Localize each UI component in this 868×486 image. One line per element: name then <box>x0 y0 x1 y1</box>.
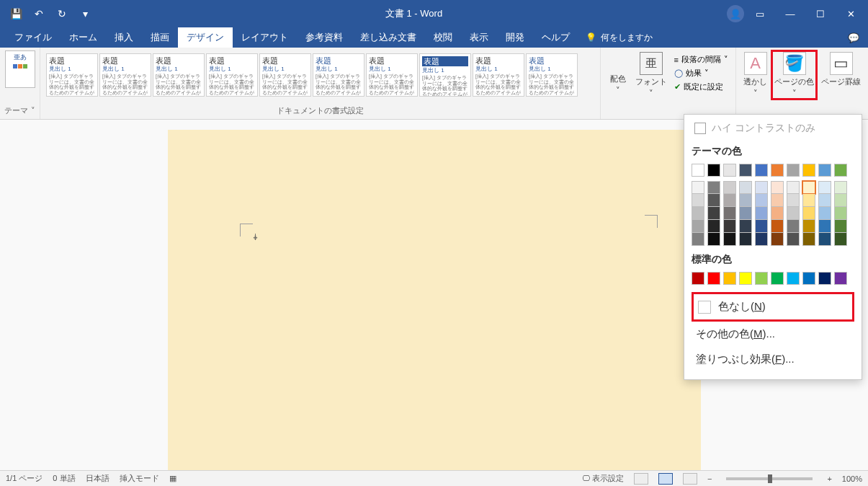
color-swatch[interactable] <box>692 220 704 233</box>
zoom-thumb[interactable] <box>768 474 772 483</box>
tab-insert[interactable]: 挿入 <box>106 27 142 48</box>
color-swatch[interactable] <box>771 220 784 233</box>
zoom-level[interactable]: 100% <box>842 474 862 483</box>
color-swatch[interactable] <box>755 272 768 285</box>
language[interactable]: 日本語 <box>86 473 109 484</box>
fill-effects-item[interactable]: 塗りつぶし効果(F)... <box>692 347 854 372</box>
color-swatch[interactable] <box>739 194 752 207</box>
color-swatch[interactable] <box>787 194 800 207</box>
color-swatch[interactable] <box>787 220 800 233</box>
color-swatch[interactable] <box>787 233 800 246</box>
print-layout-button[interactable] <box>658 473 673 485</box>
color-swatch[interactable] <box>818 207 831 220</box>
color-swatch[interactable] <box>723 181 736 194</box>
page-color-button[interactable]: 🪣 ページの色˅ <box>771 50 817 100</box>
share-icon[interactable]: 💬 <box>848 32 859 43</box>
color-swatch[interactable] <box>818 194 831 207</box>
color-swatch[interactable] <box>771 207 784 220</box>
color-swatch[interactable] <box>755 207 768 220</box>
tab-review[interactable]: 校閲 <box>425 27 461 48</box>
style-thumb[interactable]: 表題見出し 1[挿入] タブのギャラリーには、文書の全体的な外観を調整するための… <box>526 53 578 97</box>
tab-developer[interactable]: 開発 <box>497 27 533 48</box>
zoom-out-button[interactable]: − <box>707 474 712 483</box>
color-swatch[interactable] <box>834 207 847 220</box>
style-thumb[interactable]: 表題見出し 1[挿入] タブのギャラリーには、文書の全体的な外観を調整するための… <box>259 53 311 97</box>
color-swatch[interactable] <box>707 181 720 194</box>
color-swatch[interactable] <box>755 220 768 233</box>
effects-button[interactable]: ◯効果 ˅ <box>673 67 730 79</box>
style-thumb[interactable]: 表題見出し 1[挿入] タブのギャラリーには、文書の全体的な外観を調整するための… <box>313 53 364 97</box>
minimize-button[interactable]: — <box>776 3 805 25</box>
style-set-gallery[interactable]: 表題見出し 1[挿入] タブのギャラリーには、文書の全体的な外観を調整するための… <box>45 50 596 97</box>
style-thumb[interactable]: 表題見出し 1[挿入] タブのギャラリーには、文書の全体的な外観を調整するための… <box>46 53 98 97</box>
color-swatch[interactable] <box>771 164 784 177</box>
zoom-in-button[interactable]: + <box>827 474 831 483</box>
page-border-button[interactable]: ▭ ページ罫線 <box>818 50 864 89</box>
color-swatch[interactable] <box>771 233 784 246</box>
color-swatch[interactable] <box>818 233 831 246</box>
maximize-button[interactable]: ☐ <box>806 3 835 25</box>
color-swatch[interactable] <box>771 181 784 194</box>
tab-mailings[interactable]: 差し込み文書 <box>352 27 425 48</box>
themes-button[interactable]: 亜あ <box>5 50 35 88</box>
color-swatch[interactable] <box>787 207 800 220</box>
color-swatch[interactable] <box>692 164 704 177</box>
tab-draw[interactable]: 描画 <box>142 27 178 48</box>
color-swatch[interactable] <box>692 207 704 220</box>
color-swatch[interactable] <box>818 220 831 233</box>
color-swatch[interactable] <box>787 181 800 194</box>
style-thumb[interactable]: 表題見出し 1[挿入] タブのギャラリーには、文書の全体的な外観を調整するための… <box>206 53 258 97</box>
color-swatch[interactable] <box>802 220 815 233</box>
color-swatch[interactable] <box>834 164 847 177</box>
color-swatch[interactable] <box>802 194 815 207</box>
insert-mode[interactable]: 挿入モード <box>120 473 159 484</box>
paragraph-spacing-button[interactable]: ≡段落の間隔 ˅ <box>673 53 730 66</box>
color-swatch[interactable] <box>755 194 768 207</box>
color-swatch[interactable] <box>692 272 704 285</box>
color-swatch[interactable] <box>723 220 736 233</box>
color-swatch[interactable] <box>818 181 831 194</box>
tab-home[interactable]: ホーム <box>61 27 106 48</box>
color-swatch[interactable] <box>834 181 847 194</box>
fonts-button[interactable]: 亜 フォント˅ <box>632 50 670 100</box>
color-swatch[interactable] <box>739 181 752 194</box>
color-swatch[interactable] <box>723 164 736 177</box>
color-swatch[interactable] <box>707 272 720 285</box>
tab-file[interactable]: ファイル <box>6 27 61 48</box>
color-swatch[interactable] <box>755 164 768 177</box>
color-swatch[interactable] <box>723 233 736 246</box>
save-button[interactable]: 💾 <box>6 4 26 24</box>
color-swatch[interactable] <box>692 233 704 246</box>
account-avatar[interactable]: 👤 <box>727 5 744 22</box>
color-swatch[interactable] <box>723 194 736 207</box>
read-mode-button[interactable] <box>634 473 648 485</box>
page[interactable]: ⸸ <box>168 130 701 470</box>
style-thumb[interactable]: 表題見出し 1[挿入] タブのギャラリーには、文書の全体的な外観を調整するための… <box>366 53 418 97</box>
color-swatch[interactable] <box>834 233 847 246</box>
color-swatch[interactable] <box>707 194 720 207</box>
tab-design[interactable]: デザイン <box>178 27 233 48</box>
color-swatch[interactable] <box>739 164 752 177</box>
style-thumb[interactable]: 表題見出し 1[挿入] タブのギャラリーには、文書の全体的な外観を調整するための… <box>419 53 471 97</box>
color-swatch[interactable] <box>723 207 736 220</box>
color-swatch[interactable] <box>707 207 720 220</box>
color-swatch[interactable] <box>755 233 768 246</box>
color-swatch[interactable] <box>818 272 831 285</box>
color-swatch[interactable] <box>692 181 704 194</box>
style-thumb[interactable]: 表題見出し 1[挿入] タブのギャラリーには、文書の全体的な外観を調整するための… <box>153 53 205 97</box>
color-swatch[interactable] <box>787 164 800 177</box>
color-swatch[interactable] <box>707 220 720 233</box>
tell-me-search[interactable]: 💡 何をしますか <box>578 27 660 48</box>
zoom-slider[interactable] <box>726 477 813 480</box>
color-swatch[interactable] <box>771 194 784 207</box>
colors-button[interactable]: 配色˅ <box>605 50 631 97</box>
color-swatch[interactable] <box>723 272 736 285</box>
color-swatch[interactable] <box>802 207 815 220</box>
style-thumb[interactable]: 表題見出し 1[挿入] タブのギャラリーには、文書の全体的な外観を調整するための… <box>473 53 524 97</box>
color-swatch[interactable] <box>692 194 704 207</box>
color-swatch[interactable] <box>802 233 815 246</box>
color-swatch[interactable] <box>802 272 815 285</box>
close-button[interactable]: ✕ <box>836 3 865 25</box>
no-color-item[interactable]: 色なし(N) <box>692 292 854 322</box>
tab-help[interactable]: ヘルプ <box>533 27 578 48</box>
